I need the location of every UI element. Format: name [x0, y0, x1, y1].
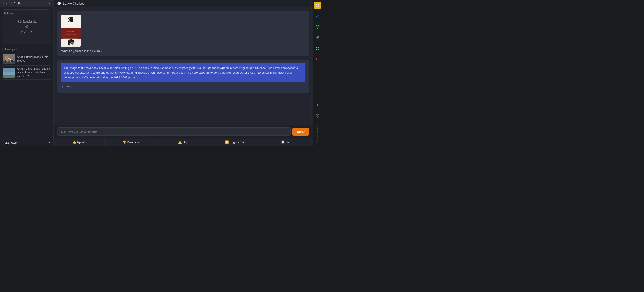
examples-header: ≡ Examples: [2, 48, 51, 51]
upvote-button[interactable]: 👍 Upvote: [54, 138, 106, 146]
downvote-button[interactable]: 👎 Downvote: [106, 138, 158, 146]
svg-rect-34: [318, 48, 319, 50]
app-icon[interactable]: [314, 2, 321, 9]
input-area: Send: [54, 125, 312, 138]
svg-text:中国互联网1995-2009: 中国互联网1995-2009: [65, 34, 76, 35]
user-question: 'What do you see in the picture?: [61, 49, 306, 52]
chat-input[interactable]: [57, 128, 291, 136]
uploaded-image: 涌 沸腾十五年 中国互联网1995-2009 腾: [61, 14, 80, 47]
assistant-response-text: The image features a book cover with Asi…: [61, 63, 306, 82]
chevron-down-icon: ▼: [48, 2, 51, 5]
svg-point-35: [317, 115, 318, 116]
csdn-watermark: CSDN @winfredzhang: [316, 123, 319, 143]
example-text-2: What are the things I should be cautious…: [16, 67, 50, 78]
example-item-1[interactable]: What is unusual about this image?: [2, 52, 51, 66]
bottom-action-bar: 👍 Upvote 👎 Downvote ⚠️ Flag 🔁 Regenerate…: [54, 138, 312, 146]
search-icon[interactable]: [314, 12, 321, 20]
main-chat: 💬 LLaVA Chatbot 涌 沸腾十五年 中国互联网1995-2009: [54, 0, 312, 146]
example-thumbnail-1: [3, 54, 15, 64]
svg-line-27: [318, 17, 319, 18]
example-text-1: What is unusual about this image?: [16, 55, 50, 63]
list-icon: ≡: [2, 48, 4, 51]
image-upload-area[interactable]: ⊠ Image 拖放图片至此处 - 或 - 点击上传: [2, 10, 51, 44]
example-thumbnail-2: [3, 68, 15, 78]
svg-rect-24: [316, 6, 317, 7]
settings-icon[interactable]: [314, 112, 321, 120]
svg-rect-6: [5, 56, 8, 60]
model-selector[interactable]: llava-v1.5-13b ▼: [0, 0, 54, 7]
add-icon[interactable]: +: [314, 102, 321, 109]
regenerate-button[interactable]: 🔁 Regenerate: [209, 138, 261, 146]
image-upload-label: ⊠ Image: [4, 12, 14, 14]
right-icon-rail: G + CSDN @winfredzhang: [312, 0, 322, 146]
parameters-bar[interactable]: Parameters ◄: [0, 139, 54, 146]
svg-rect-11: [3, 75, 15, 78]
example-item-2[interactable]: What are the things I should be cautious…: [2, 66, 51, 80]
more-options-button[interactable]: •••: [66, 84, 72, 89]
examples-section: ≡ Examples What is unusual about this im…: [0, 46, 54, 139]
svg-text:沸腾十五年: 沸腾十五年: [67, 31, 75, 32]
svg-rect-33: [316, 48, 317, 50]
svg-rect-21: [315, 3, 320, 8]
chat-messages: 涌 沸腾十五年 中国互联网1995-2009 腾 'What do you se…: [54, 8, 312, 125]
chat-icon: 💬: [57, 2, 61, 5]
svg-rect-25: [318, 6, 319, 7]
user-message: 涌 沸腾十五年 中国互联网1995-2009 腾 'What do you se…: [57, 11, 309, 56]
chat-title: LLaVA Chatbot: [63, 2, 84, 5]
svg-text:腾: 腾: [67, 39, 74, 46]
model-name: llava-v1.5-13b: [3, 2, 21, 5]
svg-rect-32: [318, 47, 319, 48]
clear-button[interactable]: 🔲 Clear: [261, 138, 312, 146]
send-button[interactable]: Send: [292, 128, 309, 136]
upload-instructions: 拖放图片至此处 - 或 - 点击上传: [16, 19, 37, 34]
assistant-message: The image features a book cover with Asi…: [57, 60, 309, 93]
collapse-icon: ◄: [48, 141, 51, 144]
globe-icon[interactable]: [314, 23, 321, 30]
message-actions: ✦ •••: [61, 84, 306, 89]
parameters-label: Parameters: [3, 141, 18, 144]
google-icon[interactable]: G: [314, 56, 321, 62]
svg-text:涌: 涌: [68, 17, 73, 22]
image-icon: ⊠: [4, 12, 6, 14]
svg-rect-31: [316, 47, 317, 48]
flag-button[interactable]: ⚠️ Flag: [158, 138, 209, 146]
chat-header: 💬 LLaVA Chatbot: [54, 0, 312, 8]
sparkle-icon: ✦: [61, 85, 64, 89]
sparkle-icon[interactable]: [314, 34, 321, 41]
grid-icon[interactable]: [314, 45, 321, 52]
svg-rect-22: [316, 4, 317, 5]
svg-rect-23: [318, 4, 319, 5]
left-sidebar: llava-v1.5-13b ▼ ⊠ Image 拖放图片至此处 - 或 - 点…: [0, 0, 54, 146]
